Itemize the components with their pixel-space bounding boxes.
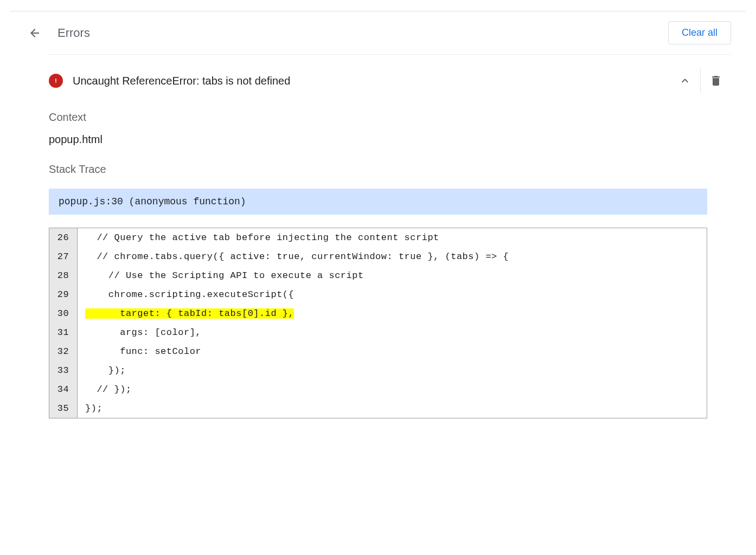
code-row: 30 target: { tabId: tabs[0].id },: [49, 304, 707, 323]
page-title: Errors: [57, 26, 90, 40]
errors-panel: Errors Clear all Uncaught ReferenceError…: [10, 11, 746, 429]
code-line: func: setColor: [78, 342, 707, 361]
collapse-button[interactable]: [670, 66, 700, 96]
error-icon: [49, 74, 63, 88]
line-number: 31: [49, 323, 78, 342]
trash-icon: [709, 74, 722, 87]
stack-trace-line[interactable]: popup.js:30 (anonymous function): [49, 189, 707, 215]
code-row: 26 // Query the active tab before inject…: [49, 228, 707, 247]
error-actions: [670, 66, 731, 96]
code-line: });: [78, 361, 707, 380]
code-line: target: { tabId: tabs[0].id },: [78, 304, 707, 323]
stack-trace-label: Stack Trace: [49, 163, 707, 176]
code-line: // Use the Scripting API to execute a sc…: [78, 266, 707, 285]
line-number: 35: [49, 399, 78, 418]
line-number: 27: [49, 247, 78, 266]
code-row: 29 chrome.scripting.executeScript({: [49, 285, 707, 304]
arrow-left-icon: [28, 27, 41, 40]
context-value: popup.html: [49, 133, 707, 146]
code-line: args: [color],: [78, 323, 707, 342]
code-row: 28 // Use the Scripting API to execute a…: [49, 266, 707, 285]
line-number: 33: [49, 361, 78, 380]
error-message: Uncaught ReferenceError: tabs is not def…: [73, 75, 660, 87]
code-row: 34 // });: [49, 380, 707, 399]
error-row: Uncaught ReferenceError: tabs is not def…: [10, 55, 746, 107]
code-line: chrome.scripting.executeScript({: [78, 285, 707, 304]
line-number: 32: [49, 342, 78, 361]
code-block: 26 // Query the active tab before inject…: [49, 228, 707, 418]
code-row: 27 // chrome.tabs.query({ active: true, …: [49, 247, 707, 266]
code-line: // chrome.tabs.query({ active: true, cur…: [78, 247, 707, 266]
line-number: 29: [49, 285, 78, 304]
code-line: });: [78, 399, 707, 418]
clear-all-button[interactable]: Clear all: [668, 21, 731, 44]
code-row: 32 func: setColor: [49, 342, 707, 361]
code-row: 31 args: [color],: [49, 323, 707, 342]
header-bar: Errors Clear all: [10, 11, 746, 54]
error-details: Context popup.html Stack Trace popup.js:…: [10, 111, 746, 429]
code-line: // Query the active tab before injecting…: [78, 228, 707, 247]
exclamation-icon: [51, 76, 61, 86]
code-row: 35});: [49, 399, 707, 418]
line-number: 26: [49, 228, 78, 247]
chevron-up-icon: [678, 74, 691, 87]
line-number: 28: [49, 266, 78, 285]
back-button[interactable]: [25, 23, 44, 43]
line-number: 30: [49, 304, 78, 323]
code-line: // });: [78, 380, 707, 399]
header-left: Errors: [25, 23, 90, 43]
code-row: 33 });: [49, 361, 707, 380]
context-label: Context: [49, 111, 707, 124]
line-number: 34: [49, 380, 78, 399]
delete-button[interactable]: [701, 66, 731, 96]
